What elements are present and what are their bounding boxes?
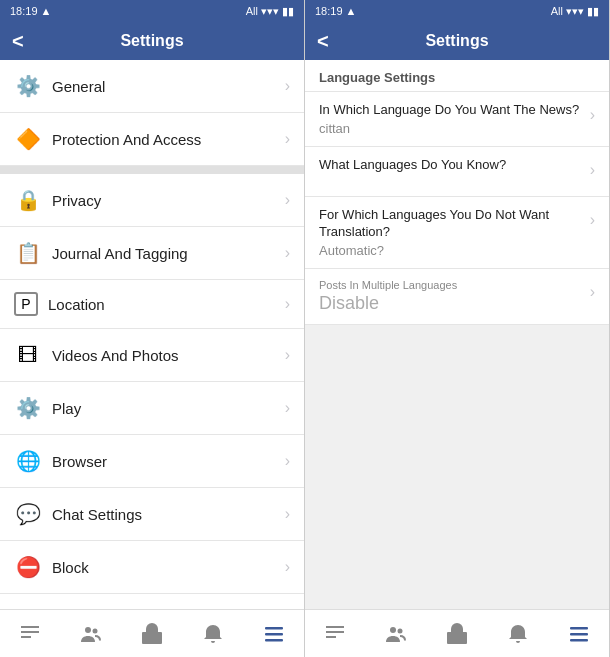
- svg-point-4: [93, 628, 98, 633]
- battery-icon-right: ▮▮: [587, 5, 599, 18]
- settings-item-play[interactable]: ⚙️ Play ›: [0, 382, 304, 435]
- location-icon: P: [14, 292, 38, 316]
- tab-bell-left[interactable]: [182, 610, 243, 657]
- multilang-chevron: ›: [590, 283, 595, 301]
- tab-news-left[interactable]: [0, 610, 61, 657]
- svg-rect-17: [570, 639, 588, 642]
- block-icon: ⛔: [14, 553, 42, 581]
- svg-rect-15: [570, 627, 588, 630]
- status-bar-left: 18:19 ▲ All ▾▾▾ ▮▮: [0, 0, 304, 22]
- settings-item-language[interactable]: 🌍 Language ›: [0, 594, 304, 609]
- language-settings-content: Language Settings In Which Language Do Y…: [305, 60, 609, 609]
- settings-item-general[interactable]: ⚙️ General ›: [0, 60, 304, 113]
- videos-chevron: ›: [285, 346, 290, 364]
- signal-right: All: [551, 5, 563, 17]
- browser-label: Browser: [52, 453, 285, 470]
- settings-item-chat[interactable]: 💬 Chat Settings ›: [0, 488, 304, 541]
- svg-point-12: [390, 627, 396, 633]
- play-icon: ⚙️: [14, 394, 42, 422]
- protection-label: Protection And Access: [52, 131, 285, 148]
- privacy-icon: 🔒: [14, 186, 42, 214]
- general-chevron: ›: [285, 77, 290, 95]
- settings-item-browser[interactable]: 🌐 Browser ›: [0, 435, 304, 488]
- lang-know-chevron: ›: [590, 161, 595, 179]
- journal-icon: 📋: [14, 239, 42, 267]
- time-right: 18:19: [315, 5, 343, 17]
- settings-item-privacy[interactable]: 🔒 Privacy ›: [0, 174, 304, 227]
- multilang-value: Disable: [319, 293, 590, 314]
- left-panel: 18:19 ▲ All ▾▾▾ ▮▮ < Settings ⚙️ General…: [0, 0, 305, 657]
- lang-item-know[interactable]: What Languages Do You Know? ›: [305, 147, 609, 197]
- location-chevron: ›: [285, 295, 290, 313]
- lang-news-chevron: ›: [590, 106, 595, 124]
- protection-icon: 🔶: [14, 125, 42, 153]
- block-chevron: ›: [285, 558, 290, 576]
- lang-item-multilang[interactable]: Posts In Multiple Languages Disable ›: [305, 269, 609, 325]
- settings-item-videos[interactable]: 🎞 Videos And Photos ›: [0, 329, 304, 382]
- status-bar-right: 18:19 ▲ All ▾▾▾ ▮▮: [305, 0, 609, 22]
- chat-label: Chat Settings: [52, 506, 285, 523]
- play-chevron: ›: [285, 399, 290, 417]
- lang-news-title: In Which Language Do You Want The News?: [319, 102, 590, 119]
- chat-icon: 💬: [14, 500, 42, 528]
- header-left: < Settings: [0, 22, 304, 60]
- videos-icon: 🎞: [14, 341, 42, 369]
- tab-bar-left: [0, 609, 304, 657]
- header-title-right: Settings: [425, 32, 488, 50]
- browser-chevron: ›: [285, 452, 290, 470]
- tab-menu-right[interactable]: [548, 610, 609, 657]
- svg-point-3: [85, 627, 91, 633]
- general-icon: ⚙️: [14, 72, 42, 100]
- browser-icon: 🌐: [14, 447, 42, 475]
- tab-store-right[interactable]: [427, 610, 488, 657]
- lang-know-title: What Languages Do You Know?: [319, 157, 590, 174]
- tab-menu-left[interactable]: [243, 610, 304, 657]
- signal-left: All: [246, 5, 258, 17]
- svg-rect-2: [21, 636, 31, 638]
- divider-1: [0, 166, 304, 174]
- general-label: General: [52, 78, 285, 95]
- svg-rect-5: [142, 632, 162, 644]
- svg-rect-0: [21, 626, 39, 628]
- back-button-left[interactable]: <: [12, 30, 24, 53]
- svg-rect-14: [447, 632, 467, 644]
- right-panel: 18:19 ▲ All ▾▾▾ ▮▮ < Settings Language S…: [305, 0, 610, 657]
- battery-icon-left: ▮▮: [282, 5, 294, 18]
- settings-item-block[interactable]: ⛔ Block ›: [0, 541, 304, 594]
- svg-point-13: [398, 628, 403, 633]
- play-label: Play: [52, 400, 285, 417]
- settings-item-location[interactable]: P Location ›: [0, 280, 304, 329]
- svg-rect-8: [265, 639, 283, 642]
- wifi-icon-left: ▾▾▾: [261, 5, 279, 18]
- tab-friends-left[interactable]: [61, 610, 122, 657]
- back-button-right[interactable]: <: [317, 30, 329, 53]
- svg-rect-1: [21, 631, 39, 633]
- settings-item-protection[interactable]: 🔶 Protection And Access ›: [0, 113, 304, 166]
- lang-notranslate-chevron: ›: [590, 211, 595, 229]
- multilang-label: Posts In Multiple Languages: [319, 279, 590, 291]
- protection-chevron: ›: [285, 130, 290, 148]
- journal-label: Journal And Tagging: [52, 245, 285, 262]
- lang-item-news[interactable]: In Which Language Do You Want The News? …: [305, 92, 609, 147]
- tab-friends-right[interactable]: [366, 610, 427, 657]
- tab-news-right[interactable]: [305, 610, 366, 657]
- lang-header-label: Language Settings: [319, 70, 435, 85]
- location-label: Location: [48, 296, 285, 313]
- settings-item-journal[interactable]: 📋 Journal And Tagging ›: [0, 227, 304, 280]
- location-icon-left: ▲: [41, 5, 52, 17]
- lang-settings-header: Language Settings: [305, 60, 609, 92]
- tab-bar-right: [305, 609, 609, 657]
- svg-rect-7: [265, 633, 283, 636]
- block-label: Block: [52, 559, 285, 576]
- svg-rect-11: [326, 636, 336, 638]
- header-right: < Settings: [305, 22, 609, 60]
- wifi-icon-right: ▾▾▾: [566, 5, 584, 18]
- svg-rect-6: [265, 627, 283, 630]
- tab-bell-right[interactable]: [487, 610, 548, 657]
- privacy-label: Privacy: [52, 192, 285, 209]
- header-title-left: Settings: [120, 32, 183, 50]
- lang-news-sub: cittan: [319, 121, 590, 136]
- tab-store-left[interactable]: [122, 610, 183, 657]
- lang-item-notranslate[interactable]: For Which Languages You Do Not Want Tran…: [305, 197, 609, 269]
- videos-label: Videos And Photos: [52, 347, 285, 364]
